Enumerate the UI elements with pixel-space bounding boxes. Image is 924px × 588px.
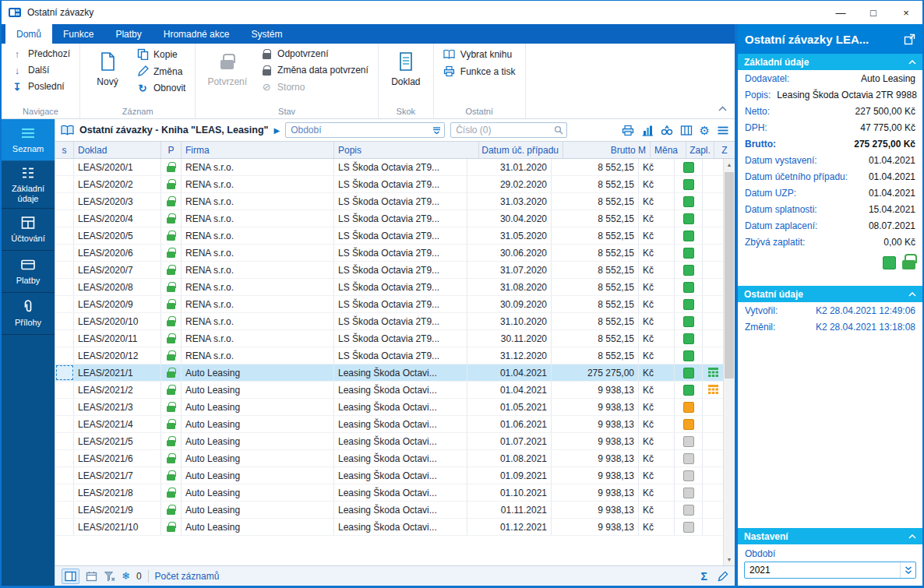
table-row[interactable]: LEAS/2020/8 RENA s.r.o. LS Škoda Octavia…: [55, 279, 723, 296]
column-header-firma[interactable]: Firma: [182, 142, 334, 158]
zmena-data-potvrzeni-button[interactable]: Změna data potvrzení: [256, 63, 372, 77]
minimize-button[interactable]: —: [824, 1, 857, 24]
sum-icon[interactable]: Σ: [701, 570, 707, 583]
detail-pane-toggle-icon[interactable]: [62, 569, 79, 584]
column-header-z[interactable]: Z: [714, 142, 735, 158]
row-selector-cell[interactable]: [55, 262, 74, 278]
table-row[interactable]: LEAS/2020/1 RENA s.r.o. LS Škoda Octavia…: [55, 159, 723, 176]
sidebar-item-zakladni-udaje[interactable]: Základní údaje: [2, 161, 55, 209]
sidebar-item-seznam[interactable]: Seznam: [2, 119, 55, 161]
chart-icon[interactable]: [641, 125, 654, 136]
print-icon[interactable]: [622, 125, 634, 136]
close-button[interactable]: ×: [890, 1, 922, 24]
row-selector-cell[interactable]: [55, 159, 74, 175]
column-header-brutto[interactable]: Brutto M: [563, 142, 651, 158]
section-header-ostatni-udaje[interactable]: Ostatní údaje: [738, 286, 922, 302]
row-selector-cell[interactable]: [55, 484, 74, 501]
row-selector-cell[interactable]: [55, 330, 74, 347]
row-selector-cell[interactable]: [55, 399, 74, 415]
table-row[interactable]: LEAS/2020/11 RENA s.r.o. LS Škoda Octavi…: [55, 330, 723, 347]
maximize-button[interactable]: □: [857, 1, 890, 24]
scrollbar-thumb[interactable]: [725, 172, 734, 379]
table-row[interactable]: LEAS/2021/4 Auto Leasing Leasing Škoda O…: [55, 416, 723, 433]
scroll-down-icon[interactable]: ▼: [724, 554, 735, 565]
edit-pencil-icon[interactable]: [717, 571, 728, 582]
obdobi-select-input[interactable]: [745, 565, 900, 576]
table-row[interactable]: LEAS/2020/9 RENA s.r.o. LS Škoda Octavia…: [55, 296, 723, 313]
obdobi-filter-input[interactable]: [286, 125, 428, 136]
sidebar-item-prilohy[interactable]: Přílohy: [2, 293, 55, 335]
column-header-zapl[interactable]: Zapl.: [686, 142, 714, 158]
row-selector-cell[interactable]: [55, 347, 74, 364]
predchozi-button[interactable]: ↑ Předchozí: [7, 47, 74, 61]
odpotvrzeni-button[interactable]: Odpotvrzení: [256, 47, 372, 61]
dropdown-icon[interactable]: [428, 126, 444, 134]
gear-icon[interactable]: ⚙: [700, 125, 710, 136]
row-selector-cell[interactable]: [55, 467, 74, 484]
doklad-button[interactable]: Doklad: [384, 47, 428, 89]
expander-icon[interactable]: ▶: [273, 126, 280, 135]
row-selector-cell[interactable]: [55, 227, 74, 244]
tab-system[interactable]: Systém: [240, 24, 293, 44]
section-header-zakladni-udaje[interactable]: Základní údaje: [738, 54, 922, 70]
row-selector-cell[interactable]: [55, 296, 74, 312]
kopie-button[interactable]: Kopie: [132, 47, 189, 62]
table-row[interactable]: LEAS/2021/6 Auto Leasing Leasing Škoda O…: [55, 450, 723, 467]
table-row[interactable]: LEAS/2021/1 Auto Leasing Leasing Škoda O…: [55, 364, 723, 382]
tab-hromadne-akce[interactable]: Hromadné akce: [153, 24, 241, 44]
tab-domu[interactable]: Domů: [5, 24, 52, 44]
row-selector-cell[interactable]: [55, 193, 74, 209]
column-header-datum[interactable]: Datum úč. případu: [479, 142, 563, 158]
calendar-icon[interactable]: [86, 571, 97, 582]
vybrat-knihu-button[interactable]: Vybrat knihu: [439, 47, 520, 62]
row-selector-cell[interactable]: [55, 313, 74, 329]
row-selector-cell[interactable]: [55, 279, 74, 295]
section-header-nastaveni[interactable]: Nastavení: [738, 528, 922, 544]
ribbon-collapse-icon[interactable]: [718, 103, 727, 114]
tab-funkce[interactable]: Funkce: [52, 24, 104, 44]
table-row[interactable]: LEAS/2021/9 Auto Leasing Leasing Škoda O…: [55, 502, 723, 519]
scrollbar-track[interactable]: [724, 171, 735, 554]
columns-icon[interactable]: [680, 125, 693, 136]
sidebar-item-uctovani[interactable]: Účtování: [2, 209, 55, 251]
table-row[interactable]: LEAS/2021/8 Auto Leasing Leasing Škoda O…: [55, 484, 723, 502]
storno-button[interactable]: ⊘ Storno: [256, 79, 372, 94]
row-selector-cell[interactable]: [55, 519, 74, 535]
row-selector-cell[interactable]: [55, 502, 74, 518]
obdobi-dropdown-icon[interactable]: [900, 562, 915, 578]
row-selector-cell[interactable]: [55, 176, 74, 192]
table-row[interactable]: LEAS/2021/2 Auto Leasing Leasing Škoda O…: [55, 382, 723, 399]
table-row[interactable]: LEAS/2021/3 Auto Leasing Leasing Škoda O…: [55, 399, 723, 416]
snowflake-icon[interactable]: ❄: [122, 570, 130, 582]
column-header-mena[interactable]: Měna: [651, 142, 686, 158]
filter-icon[interactable]: [104, 571, 115, 582]
row-selector-cell[interactable]: [55, 245, 74, 261]
cislo-filter-input[interactable]: [451, 125, 551, 136]
column-header-s[interactable]: s: [55, 142, 74, 158]
table-row[interactable]: LEAS/2021/7 Auto Leasing Leasing Škoda O…: [55, 467, 723, 484]
zmena-button[interactable]: Změna: [132, 64, 189, 79]
table-row[interactable]: LEAS/2020/10 RENA s.r.o. LS Škoda Octavi…: [55, 313, 723, 330]
scroll-up-icon[interactable]: ▲: [724, 159, 735, 171]
posledni-button[interactable]: ↧ Poslední: [7, 79, 74, 93]
row-selector-cell[interactable]: [55, 210, 74, 227]
potvrzeni-button[interactable]: Potvrzení: [201, 47, 253, 89]
menu-icon[interactable]: [717, 125, 729, 136]
table-row[interactable]: LEAS/2021/10 Auto Leasing Leasing Škoda …: [55, 519, 723, 536]
open-in-window-icon[interactable]: [904, 33, 915, 45]
obnovit-button[interactable]: ↻ Obnovit: [132, 81, 189, 95]
sidebar-item-platby[interactable]: Platby: [2, 251, 55, 293]
row-selector-cell[interactable]: [55, 450, 74, 467]
table-row[interactable]: LEAS/2020/5 RENA s.r.o. LS Škoda Octavia…: [55, 227, 723, 245]
table-row[interactable]: LEAS/2021/5 Auto Leasing Leasing Škoda O…: [55, 433, 723, 450]
column-header-p[interactable]: P: [161, 142, 182, 158]
table-row[interactable]: LEAS/2020/2 RENA s.r.o. LS Škoda Octavia…: [55, 176, 723, 193]
column-header-doklad[interactable]: Doklad: [74, 142, 161, 158]
search-icon[interactable]: [551, 125, 566, 135]
binoculars-icon[interactable]: [661, 125, 673, 136]
novy-button[interactable]: Nový: [86, 47, 129, 89]
table-row[interactable]: LEAS/2020/3 RENA s.r.o. LS Škoda Octavia…: [55, 193, 723, 210]
column-header-popis[interactable]: Popis: [334, 142, 479, 158]
dalsi-button[interactable]: ↓ Další: [7, 63, 74, 77]
vertical-scrollbar[interactable]: ▲ ▼: [723, 159, 735, 565]
